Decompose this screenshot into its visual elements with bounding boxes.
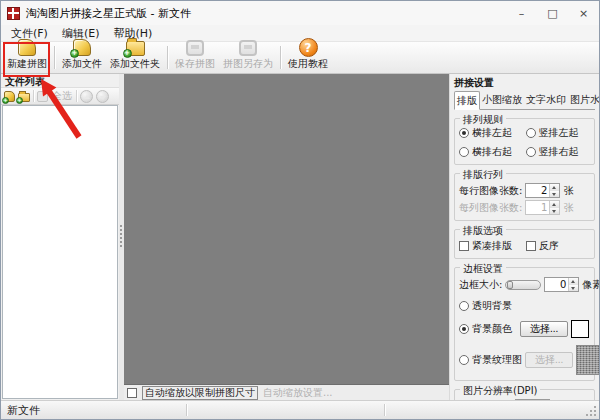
spin-down-icon [550,208,559,215]
add-file-label: 添加文件 [62,57,102,71]
maximize-button[interactable]: □ [537,1,568,25]
bg-color-option[interactable]: 背景颜色 选择... [459,320,590,338]
save-as-button: 拼图另存为 [219,43,277,72]
border-group: 边框设置 边框大小: 0 像素 透明背景 背景颜色 [454,267,595,381]
add-folder-icon: + [126,39,145,56]
dpi-group: 图片分辨率(DPI) 水平分辨率: 72 像素/英寸 垂直分辨率: 72 像素 [454,389,595,400]
auto-scale-checkbox[interactable] [127,388,137,398]
tutorial-button[interactable]: ? 使用教程 [284,43,332,72]
add-file-button[interactable]: + 添加文件 [58,43,106,72]
radio-icon[interactable] [459,147,469,157]
tab-layout[interactable]: 排版 [454,91,480,110]
radio-icon[interactable] [526,128,536,138]
title-bar: 淘淘图片拼接之星正式版 - 新文件 – □ × [1,1,599,25]
new-collage-button[interactable]: 新建拼图 [3,43,51,72]
app-window: 淘淘图片拼接之星正式版 - 新文件 – □ × 文件(F) 编辑(E) 帮助(H… [0,0,600,420]
spin-down-icon[interactable] [550,191,559,198]
status-separator [384,404,385,416]
radio-vertical-right[interactable]: 竖排右起 [526,145,591,159]
file-toolbar-separator [33,90,34,102]
plus-badge-icon: + [70,49,79,58]
settings-panel: 拼接设置 排版 小图缩放 文字水印 图片水印 排列规则 横排左起 竖排左起 [449,74,599,400]
mini-remove-file-icon [37,91,48,102]
tab-thumb-scale[interactable]: 小图缩放 [480,91,524,109]
center-column: 自动缩放以限制拼图尺寸 自动缩放设置... [124,74,449,400]
collage-canvas[interactable] [124,74,449,385]
main-area: 文件列表 + + 全选 自动缩放以限制拼图尺寸 自动缩放设置... [1,74,599,400]
window-title: 淘淘图片拼接之星正式版 - 新文件 [26,6,191,21]
move-up-icon [80,90,93,103]
save-collage-icon [186,40,204,56]
canvas-footer: 自动缩放以限制拼图尺寸 自动缩放设置... [124,385,449,400]
file-list[interactable] [2,105,118,399]
settings-tabs: 排版 小图缩放 文字水印 图片水印 [454,91,595,110]
arrangement-group: 排列规则 横排左起 竖排左起 横排右起 [454,118,595,165]
grid-group-title: 排版行列 [460,168,506,182]
main-toolbar: 新建拼图 + 添加文件 + 添加文件夹 保存拼图 拼图另存为 ? 使用教程 [1,41,599,74]
toolbar-separator [54,46,55,69]
move-down-icon [96,90,109,103]
radio-icon[interactable] [459,128,469,138]
mini-add-folder-icon[interactable]: + [18,93,30,102]
add-folder-button[interactable]: + 添加文件夹 [106,43,164,72]
choose-color-button[interactable]: 选择... [520,321,568,337]
radio-horizontal-right[interactable]: 横排右起 [459,145,524,159]
border-size-spinner[interactable]: 0 [544,277,579,292]
mini-add-file-icon[interactable]: + [4,91,15,102]
radio-icon[interactable] [459,301,469,311]
bg-texture-option[interactable]: 背景纹理图 选择... [459,345,590,375]
border-size-slider[interactable] [505,280,541,290]
tutorial-icon: ? [299,38,318,56]
new-collage-icon [18,39,36,56]
dpi-group-title: 图片分辨率(DPI) [460,384,540,398]
color-swatch [571,320,589,338]
toolbar-separator [280,46,281,69]
radio-horizontal-left[interactable]: 横排左起 [459,126,524,140]
images-per-row-spinner[interactable]: 2 [525,183,560,198]
spin-down-icon[interactable] [569,285,578,292]
app-icon [7,7,20,20]
add-file-icon: + [73,39,91,56]
settings-title: 拼接设置 [454,76,595,89]
radio-icon[interactable] [459,324,469,334]
auto-scale-settings-button: 自动缩放设置... [263,386,333,400]
save-as-icon [239,40,257,56]
texture-swatch [576,345,599,375]
minimize-button[interactable]: – [506,1,537,25]
add-folder-label: 添加文件夹 [110,57,160,71]
grid-group: 排版行列 每行图像张数: 2 张 每列图像张数: 1 张 [454,173,595,221]
tab-image-watermark[interactable]: 图片水印 [568,91,599,109]
radio-vertical-left[interactable]: 竖排左起 [526,126,591,140]
plus-badge-icon: + [123,49,132,58]
status-text: 新文件 [1,403,40,418]
transparent-bg-option[interactable]: 透明背景 [459,299,590,313]
toolbar-separator [167,46,168,69]
radio-icon[interactable] [459,355,469,365]
images-per-column-spinner: 1 [525,200,560,215]
file-list-panel: 文件列表 + + 全选 [1,74,119,400]
panel-splitter[interactable] [119,74,124,400]
status-bar: 新文件 [1,400,599,419]
choose-texture-button: 选择... [525,352,573,368]
border-size-row: 边框大小: 0 像素 [459,277,590,292]
file-toolbar-separator [76,90,77,102]
radio-icon[interactable] [526,147,536,157]
layout-options-title: 排版选项 [460,224,506,238]
select-all-button: 全选 [51,89,73,103]
auto-scale-label: 自动缩放以限制拼图尺寸 [142,386,258,400]
reverse-order-checkbox[interactable] [526,241,536,251]
save-collage-label: 保存拼图 [175,57,215,71]
compact-layout-checkbox[interactable] [459,241,469,251]
tutorial-label: 使用教程 [288,57,328,71]
slider-handle[interactable] [507,281,513,289]
images-per-column: 每列图像张数: 1 张 [459,200,590,215]
close-button[interactable]: × [568,1,599,25]
images-per-row: 每行图像张数: 2 张 [459,183,590,198]
save-collage-button: 保存拼图 [171,43,219,72]
file-list-title: 文件列表 [1,74,119,87]
border-group-title: 边框设置 [460,262,506,276]
status-separator [186,404,187,416]
tab-text-watermark[interactable]: 文字水印 [524,91,568,109]
window-controls: – □ × [506,1,599,25]
resize-grip[interactable] [586,406,597,417]
